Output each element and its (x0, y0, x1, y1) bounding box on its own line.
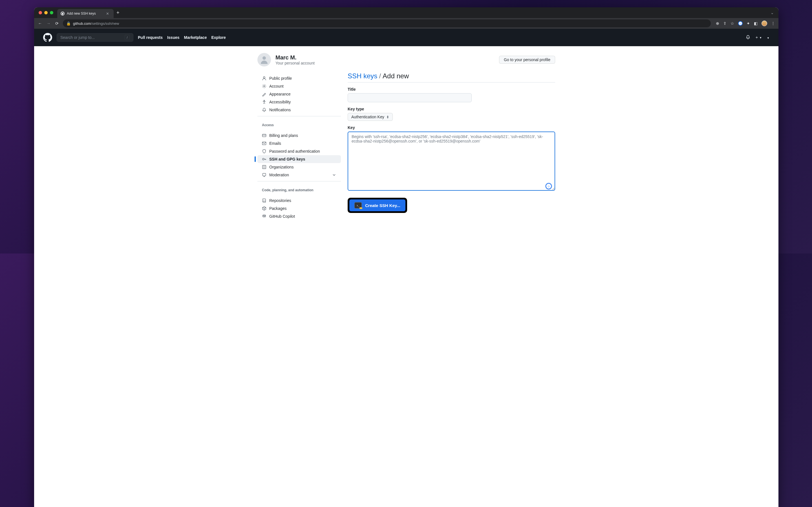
svg-point-1 (263, 76, 265, 78)
nav-issues[interactable]: Issues (167, 35, 180, 40)
profile-subtitle: Your personal account (275, 61, 315, 65)
svg-rect-8 (263, 173, 266, 176)
create-ssh-key-button[interactable]: ›_ Create SSH Key... (349, 200, 405, 211)
create-ssh-key-label: Create SSH Key... (365, 203, 400, 208)
url-path: /settings/ssh/new (91, 21, 119, 25)
sidebar-item-label: Password and authentication (269, 149, 320, 154)
browser-window: Add new SSH keys ✕ + ⌄ ← → ⟳ 🔒 github.co… (34, 7, 406, 253)
sidebar-item-repositories[interactable]: Repositories (257, 196, 341, 205)
sidebar-section-access: Access (257, 119, 341, 129)
search-placeholder: Search or jump to... (60, 35, 95, 40)
nav-marketplace[interactable]: Marketplace (184, 35, 207, 40)
maximize-window-button[interactable] (50, 11, 53, 14)
title-label: Title (348, 87, 406, 92)
sidebar-item-label: Emails (269, 141, 281, 146)
gear-icon (262, 84, 266, 89)
new-tab-button[interactable]: + (114, 10, 122, 16)
github-logo[interactable] (43, 33, 52, 42)
keytype-label: Key type (348, 107, 406, 111)
page-content: Marc M. Your personal account Go to your… (34, 46, 406, 253)
terminal-icon: ›_ (354, 202, 362, 209)
sidebar-item-label: Appearance (269, 92, 291, 96)
sidebar-item-account[interactable]: Account (257, 82, 341, 90)
title-input[interactable] (348, 93, 406, 102)
shield-icon (262, 149, 266, 154)
person-icon (262, 76, 266, 80)
sidebar-item-label: Repositories (269, 198, 291, 203)
nav-pull-requests[interactable]: Pull requests (138, 35, 163, 40)
sidebar-item-emails[interactable]: Emails (257, 139, 341, 147)
svg-point-2 (264, 86, 265, 87)
nav-explore[interactable]: Explore (211, 35, 225, 40)
close-window-button[interactable] (39, 11, 42, 14)
copilot-icon (262, 214, 266, 219)
sidebar-item-public-profile[interactable]: Public profile (257, 74, 341, 82)
breadcrumb-current: Add new (383, 72, 406, 80)
svg-rect-7 (262, 165, 266, 169)
keytype-value: Authentication Key (351, 115, 384, 119)
sidebar-item-packages[interactable]: Packages (257, 205, 341, 212)
svg-point-6 (262, 158, 264, 160)
reload-button[interactable]: ⟳ (54, 21, 59, 25)
select-updown-icon: ▲▼ (387, 115, 389, 119)
repo-icon (262, 198, 266, 203)
sidebar-item-label: Account (269, 84, 284, 89)
key-label: Key (348, 125, 406, 130)
sidebar-item-ssh-and-gpg-keys[interactable]: SSH and GPG keys (257, 155, 341, 163)
svg-point-9 (263, 216, 264, 217)
breadcrumb: SSH keys / Add new (348, 72, 406, 82)
sidebar-item-label: Billing and plans (269, 133, 298, 138)
close-tab-button[interactable]: ✕ (105, 11, 110, 16)
mail-icon (262, 141, 266, 146)
sidebar-item-label: Accessibility (269, 100, 291, 104)
sidebar-item-label: Organizations (269, 165, 294, 169)
chevron-down-icon (332, 173, 336, 177)
key-textarea[interactable] (348, 131, 406, 191)
tab-title: Add new SSH keys (67, 11, 96, 15)
github-header: Search or jump to... / Pull requests Iss… (34, 29, 406, 46)
settings-sidebar: Public profileAccountAppearanceAccessibi… (257, 72, 341, 225)
sidebar-item-organizations[interactable]: Organizations (257, 163, 341, 171)
org-icon (262, 165, 266, 169)
global-search-input[interactable]: Search or jump to... / (57, 33, 133, 42)
access-icon (262, 100, 266, 104)
tab-strip: Add new SSH keys ✕ + ⌄ (34, 7, 406, 18)
sidebar-item-label: SSH and GPG keys (269, 157, 305, 161)
sidebar-item-accessibility[interactable]: Accessibility (257, 98, 341, 106)
primary-nav: Pull requests Issues Marketplace Explore (138, 35, 226, 40)
address-bar[interactable]: 🔒 github.com/settings/ssh/new (63, 19, 406, 27)
main-panel: SSH keys / Add new Title Key type Authen… (348, 72, 406, 225)
sidebar-item-label: Packages (269, 206, 287, 211)
breadcrumb-ssh-keys-link[interactable]: SSH keys (348, 72, 377, 80)
keytype-select[interactable]: Authentication Key ▲▼ (348, 113, 393, 121)
svg-point-3 (264, 100, 265, 101)
sidebar-item-label: Public profile (269, 76, 292, 80)
sidebar-item-label: Notifications (269, 108, 291, 112)
profile-avatar (257, 53, 271, 66)
github-favicon (61, 11, 64, 15)
sidebar-item-github-copilot[interactable]: GitHub Copilot (257, 212, 341, 220)
lock-icon: 🔒 (66, 21, 71, 25)
sidebar-item-label: GitHub Copilot (269, 214, 295, 219)
sidebar-item-moderation[interactable]: Moderation (257, 171, 341, 179)
pkg-icon (262, 206, 266, 211)
sidebar-item-billing-and-plans[interactable]: Billing and plans (257, 131, 341, 139)
bell-icon (262, 108, 266, 112)
key-icon (262, 157, 266, 161)
breadcrumb-separator: / (379, 72, 381, 80)
sidebar-item-notifications[interactable]: Notifications (257, 106, 341, 114)
url-domain: github.com (73, 21, 91, 25)
sidebar-item-password-and-authentication[interactable]: Password and authentication (257, 147, 341, 155)
sidebar-item-appearance[interactable]: Appearance (257, 90, 341, 98)
svg-point-0 (262, 56, 266, 60)
profile-name: Marc M. (275, 54, 315, 61)
back-button[interactable]: ← (38, 21, 43, 25)
profile-row: Marc M. Your personal account Go to your… (257, 53, 406, 66)
toolbar: ← → ⟳ 🔒 github.com/settings/ssh/new ⊕ ⇪ … (34, 18, 406, 29)
browser-tab[interactable]: Add new SSH keys ✕ (57, 9, 114, 18)
forward-button[interactable]: → (46, 21, 51, 25)
sidebar-item-label: Moderation (269, 173, 289, 177)
minimize-window-button[interactable] (44, 11, 48, 14)
svg-point-10 (264, 216, 266, 217)
slash-shortcut-badge: / (124, 35, 130, 40)
